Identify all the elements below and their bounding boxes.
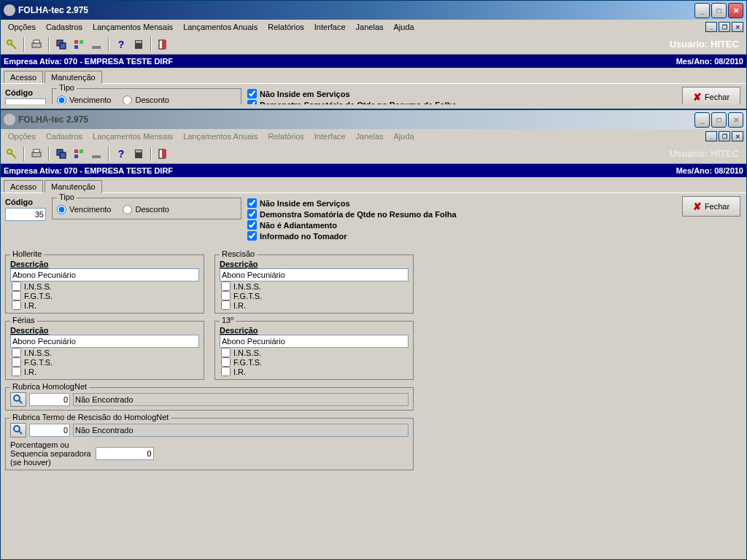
check-ir-h[interactable]: I.R. (12, 300, 199, 310)
check-ir-r[interactable]: I.R. (221, 300, 409, 310)
svg-rect-21 (80, 149, 83, 153)
check-inss-f[interactable]: I.N.S.S. (12, 348, 199, 357)
exit-icon[interactable] (155, 36, 171, 52)
menu-relatorios[interactable]: Relatórios (263, 21, 309, 33)
fechar-button[interactable]: ✘Fechar (682, 196, 740, 217)
print-icon-f[interactable] (28, 146, 44, 162)
close-window-button[interactable]: ✕ (728, 3, 743, 18)
descricao-input-hollerite[interactable] (10, 268, 199, 281)
tab-manutencao-back[interactable]: Manutenção (44, 71, 102, 84)
check-demonstra[interactable]: Demonstra Somatória de Qtde no Resumo da… (247, 209, 457, 219)
check-ir-d[interactable]: I.R. (221, 367, 409, 376)
radio-desconto[interactable]: Desconto (123, 205, 169, 214)
fechar-button-back[interactable]: ✘Fechar (682, 87, 740, 104)
menu-ajuda[interactable]: Ajuda (390, 21, 419, 33)
menu-interface[interactable]: Interface (310, 21, 350, 33)
exit-icon-f[interactable] (155, 146, 171, 162)
tabrow-back: Acesso Manutenção (1, 68, 746, 84)
check-fgts-h[interactable]: F.G.T.S. (12, 291, 199, 300)
menu-cadastros[interactable]: Cadastros (42, 21, 87, 33)
search-rubrica2-button[interactable] (10, 423, 26, 438)
mdi-restore-f[interactable]: ❐ (719, 131, 730, 141)
svg-line-29 (19, 400, 22, 403)
check-nao-inside[interactable]: Não Inside em Serviços (247, 198, 457, 208)
tile-icon[interactable] (71, 36, 87, 52)
descricao-input-rescisao[interactable] (220, 268, 409, 281)
svg-rect-9 (92, 46, 101, 49)
key-icon[interactable] (4, 36, 20, 52)
minimize-button-front[interactable]: _ (694, 112, 710, 128)
minimize-button[interactable]: _ (694, 3, 710, 18)
check-nao-inside-back[interactable]: Não Inside em Serviços (247, 89, 457, 98)
check-fgts-d[interactable]: F.G.T.S. (221, 357, 409, 367)
maximize-button-front[interactable]: □ (711, 112, 727, 128)
check-nao-adiant[interactable]: Não é Adiantamento (247, 220, 457, 230)
maximize-button[interactable]: □ (711, 3, 727, 18)
menu-ajuda-f[interactable]: Ajuda (390, 131, 419, 142)
menu-lanc-anuais-f[interactable]: Lançamentos Anuais (179, 131, 262, 142)
check-fgts-f[interactable]: F.G.T.S. (12, 357, 199, 367)
svg-rect-22 (74, 155, 78, 158)
tab-acesso-back[interactable]: Acesso (4, 71, 43, 83)
check-inss-h[interactable]: I.N.S.S. (12, 281, 199, 291)
tipo-legend-f: Tipo (57, 192, 77, 201)
descricao-input-decimo[interactable] (220, 335, 409, 348)
tile-icon-f[interactable] (71, 146, 87, 162)
menu-relatorios-f[interactable]: Relatórios (263, 131, 309, 142)
porcent-label2: Sequencia separadora (10, 449, 91, 458)
mdi-restore[interactable]: ❐ (719, 22, 730, 32)
minimize-all-icon-f[interactable] (88, 146, 104, 162)
svg-rect-5 (60, 43, 66, 49)
cascade-icon[interactable] (53, 36, 69, 52)
rubrica1-code-input[interactable] (29, 393, 70, 406)
radio-vencimento-back[interactable]: Vencimento (57, 96, 111, 105)
descricao-input-ferias[interactable] (10, 335, 199, 348)
search-rubrica1-button[interactable] (10, 392, 26, 407)
svg-rect-8 (74, 45, 78, 49)
rubrica2-code-input[interactable] (29, 424, 70, 437)
menu-opcoes[interactable]: Opções (4, 21, 40, 33)
app-icon (4, 4, 15, 16)
codigo-input[interactable] (5, 208, 46, 221)
menu-lanc-mensais-f[interactable]: Lançamentos Mensais (88, 131, 177, 142)
svg-rect-25 (136, 150, 142, 152)
svg-rect-11 (136, 41, 142, 43)
check-demonstra-back[interactable]: Demonstra Somatória de Qtde no Resumo da… (247, 100, 457, 104)
mdi-close[interactable]: ✕ (732, 22, 743, 32)
print-icon[interactable] (28, 36, 44, 52)
menu-lanc-anuais[interactable]: Lançamentos Anuais (179, 21, 262, 33)
close-window-button-front[interactable]: ✕ (728, 112, 743, 128)
codigo-input-back[interactable] (5, 98, 46, 104)
check-informado[interactable]: Informado no Tomador (247, 231, 457, 241)
tab-acesso[interactable]: Acesso (4, 180, 43, 192)
menu-opcoes-f[interactable]: Opções (4, 131, 40, 142)
status-bar-back: Empresa Ativa: 070 - EMPRESA TESTE DIRF … (1, 55, 746, 68)
menu-lanc-mensais[interactable]: Lançamentos Mensais (88, 21, 177, 33)
radio-vencimento[interactable]: Vencimento (57, 205, 111, 214)
minimize-all-icon[interactable] (88, 36, 104, 52)
mdi-minimize-f[interactable]: _ (705, 131, 717, 141)
help-icon-f[interactable]: ? (113, 146, 129, 162)
key-icon-f[interactable] (4, 146, 20, 162)
svg-rect-19 (60, 152, 66, 158)
menu-janelas[interactable]: Janelas (352, 21, 388, 33)
check-ir-f[interactable]: I.R. (12, 367, 199, 376)
check-inss-d[interactable]: I.N.S.S. (221, 348, 409, 357)
check-inss-r[interactable]: I.N.S.S. (221, 281, 409, 291)
tab-manutencao[interactable]: Manutenção (44, 180, 102, 193)
calculator-icon-f[interactable] (131, 146, 147, 162)
svg-rect-27 (162, 149, 166, 158)
mdi-minimize[interactable]: _ (705, 22, 717, 32)
check-fgts-r[interactable]: F.G.T.S. (221, 291, 409, 300)
menu-cadastros-f[interactable]: Cadastros (42, 131, 87, 142)
descricao-label-h: Descrição (10, 260, 199, 268)
menu-interface-f[interactable]: Interface (310, 131, 350, 142)
menu-janelas-f[interactable]: Janelas (352, 131, 388, 142)
mdi-close-f[interactable]: ✕ (732, 131, 743, 141)
help-icon[interactable]: ? (113, 36, 129, 52)
cascade-icon-f[interactable] (53, 146, 69, 162)
svg-rect-20 (74, 149, 78, 153)
calculator-icon[interactable] (131, 36, 147, 52)
radio-desconto-back[interactable]: Desconto (123, 96, 169, 105)
porcent-input[interactable] (96, 447, 154, 460)
